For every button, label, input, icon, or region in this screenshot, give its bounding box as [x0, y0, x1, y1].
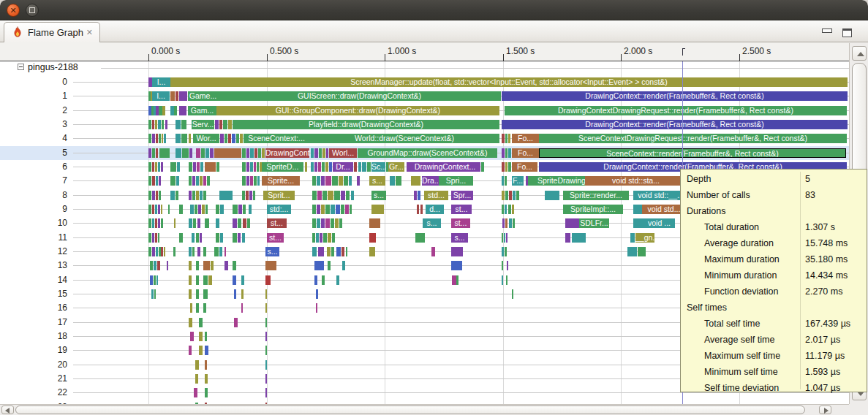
flame-block[interactable]: ScreenManager::update(float, std::vector… — [170, 77, 848, 87]
scroll-right-button[interactable] — [819, 406, 831, 414]
flame-block[interactable] — [233, 233, 237, 243]
flame-block[interactable] — [179, 233, 183, 243]
flame-block[interactable] — [502, 275, 503, 285]
flame-block[interactable] — [202, 205, 205, 214]
flame-block[interactable] — [189, 176, 192, 186]
flame-block[interactable] — [250, 162, 253, 172]
flame-block[interactable] — [234, 289, 236, 299]
flame-block[interactable] — [158, 218, 160, 228]
flame-block[interactable] — [155, 120, 157, 129]
flame-block[interactable] — [164, 134, 166, 143]
flame-block[interactable] — [179, 106, 186, 115]
flame-block[interactable] — [633, 218, 644, 228]
flame-block[interactable] — [200, 176, 203, 186]
flame-block[interactable] — [170, 162, 176, 172]
flame-block[interactable] — [176, 120, 181, 129]
flame-block[interactable] — [390, 176, 395, 186]
flame-block[interactable] — [156, 176, 158, 186]
flame-block[interactable] — [192, 176, 195, 186]
flame-block[interactable] — [201, 148, 205, 158]
flame-block[interactable]: SpriteD... — [262, 162, 303, 172]
depth-row-label[interactable]: 5 — [29, 148, 67, 158]
flame-block[interactable] — [195, 205, 197, 214]
flame-block[interactable] — [329, 162, 332, 172]
flame-block[interactable] — [189, 289, 192, 299]
flame-block[interactable] — [189, 318, 192, 327]
horizontal-scroll-thumb[interactable] — [15, 406, 805, 414]
flame-block[interactable] — [210, 148, 214, 158]
flame-block[interactable] — [265, 318, 267, 327]
flame-block[interactable] — [345, 205, 349, 214]
flame-block[interactable] — [150, 261, 153, 270]
flame-block[interactable] — [205, 360, 207, 370]
flame-block[interactable] — [189, 275, 192, 285]
flame-block[interactable] — [502, 233, 503, 243]
flame-block[interactable] — [233, 205, 238, 214]
flame-block[interactable] — [150, 275, 153, 285]
flame-block[interactable] — [214, 148, 241, 158]
flame-block[interactable] — [396, 176, 401, 186]
flame-block[interactable] — [199, 332, 203, 341]
flame-block[interactable] — [203, 247, 206, 256]
depth-row-label[interactable]: 4 — [29, 134, 67, 143]
flame-block[interactable]: GUIScreen::draw(DrawingContext&) — [218, 91, 501, 101]
flame-block[interactable] — [331, 247, 334, 256]
flame-block[interactable]: s... — [265, 247, 279, 256]
flame-block[interactable] — [508, 162, 511, 172]
flame-block[interactable] — [203, 191, 206, 200]
flame-block[interactable] — [154, 275, 156, 285]
view-minimize-button[interactable] — [822, 28, 832, 33]
flame-block[interactable] — [254, 176, 257, 186]
flame-block[interactable] — [173, 247, 176, 256]
flame-block[interactable]: I... — [152, 77, 170, 87]
flame-block[interactable] — [228, 120, 232, 129]
flame-block[interactable] — [502, 148, 505, 158]
flame-block[interactable]: Sc... — [371, 162, 385, 172]
flame-block[interactable] — [152, 205, 154, 214]
flame-block[interactable]: Sprit... — [263, 191, 295, 200]
flame-block[interactable]: Gr... — [388, 162, 404, 172]
flame-block[interactable] — [148, 233, 151, 243]
flame-block[interactable] — [177, 162, 180, 172]
depth-row-label[interactable]: 0 — [29, 77, 67, 87]
flame-block[interactable] — [211, 261, 214, 270]
flame-block[interactable] — [189, 346, 192, 355]
flame-block[interactable] — [321, 176, 325, 186]
flame-block[interactable] — [238, 233, 241, 243]
depth-row-label[interactable]: 10 — [29, 218, 67, 228]
flame-block[interactable] — [189, 191, 192, 200]
flame-block[interactable] — [190, 332, 194, 341]
flame-block[interactable]: Gam... — [188, 106, 216, 115]
flame-block[interactable] — [243, 218, 246, 228]
flame-block[interactable] — [216, 233, 219, 243]
flame-block[interactable]: s... — [451, 233, 468, 243]
flame-block[interactable] — [220, 134, 224, 143]
flame-block[interactable] — [196, 303, 199, 313]
flame-block[interactable] — [254, 148, 257, 158]
flame-block[interactable] — [220, 205, 224, 214]
flame-block[interactable] — [158, 233, 159, 243]
flame-block[interactable] — [152, 162, 154, 172]
flame-block[interactable] — [341, 191, 345, 200]
flame-block[interactable] — [335, 218, 339, 228]
flame-block[interactable] — [158, 205, 160, 214]
flame-block[interactable]: DrawingContext::render(Framebuffer&, Rec… — [502, 91, 848, 101]
flame-block[interactable] — [214, 247, 219, 256]
depth-row-label[interactable]: 9 — [29, 205, 67, 214]
flame-block[interactable] — [506, 233, 507, 243]
flame-block[interactable] — [148, 218, 151, 228]
flame-block[interactable] — [170, 191, 175, 200]
flame-block[interactable] — [223, 120, 227, 129]
flame-block[interactable] — [246, 148, 249, 158]
flame-block[interactable]: DrawingConte... — [265, 148, 309, 158]
flame-block[interactable] — [249, 191, 252, 200]
flame-block[interactable] — [190, 205, 194, 214]
flame-block[interactable]: I... — [152, 91, 170, 101]
flame-block[interactable]: s... — [423, 218, 441, 228]
flame-block[interactable] — [219, 120, 222, 129]
flame-block[interactable] — [196, 275, 199, 285]
flame-block[interactable]: SpriteDrawing... — [537, 176, 585, 186]
depth-row-label[interactable]: 13 — [29, 261, 67, 270]
flame-block[interactable] — [323, 233, 327, 243]
flame-block[interactable] — [236, 134, 239, 143]
